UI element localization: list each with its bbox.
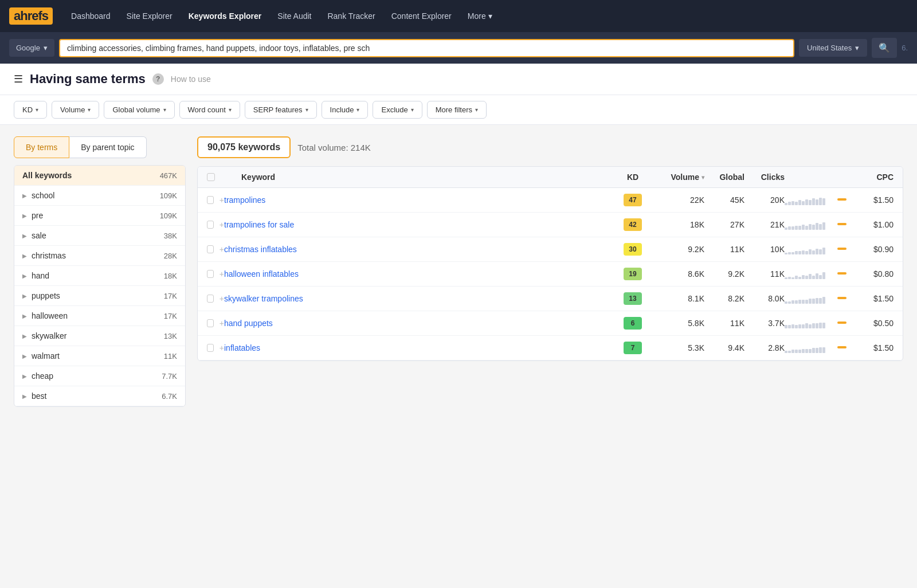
filter-exclude[interactable]: Exclude ▾ — [373, 101, 422, 119]
add-keyword-button[interactable]: + — [220, 294, 224, 303]
sidebar-item-school[interactable]: ▶ school 109K — [14, 186, 185, 206]
row-checkbox[interactable] — [207, 319, 214, 327]
table-row: + trampolines for sale 42 18K 27K 21K $1… — [198, 213, 903, 237]
keyword-link[interactable]: skywalker trampolines — [224, 294, 613, 303]
sidebar: By terms By parent topic All keywords 46… — [14, 136, 186, 588]
add-keyword-button[interactable]: + — [220, 269, 224, 279]
tab-by-parent-topic[interactable]: By parent topic — [69, 136, 146, 158]
global-cell: 27K — [704, 220, 744, 229]
keyword-link[interactable]: inflatables — [224, 343, 613, 352]
keyword-link[interactable]: christmas inflatables — [224, 245, 613, 254]
sidebar-item-pre[interactable]: ▶ pre 109K — [14, 206, 185, 226]
logo[interactable]: ahrefs — [9, 7, 53, 25]
tab-by-terms[interactable]: By terms — [14, 136, 69, 158]
main-header: ☰ Having same terms ? How to use — [0, 64, 917, 95]
add-keyword-button[interactable]: + — [220, 220, 224, 229]
help-icon[interactable]: ? — [152, 73, 164, 85]
sidebar-item-hand[interactable]: ▶ hand 18K — [14, 266, 185, 286]
row-checkbox[interactable] — [207, 295, 214, 303]
country-selector[interactable]: United States ▾ — [799, 39, 867, 57]
col-header-global[interactable]: Global — [704, 173, 744, 182]
sidebar-item-christmas[interactable]: ▶ christmas 28K — [14, 246, 185, 266]
clicks-cell: 10K — [744, 245, 785, 254]
sidebar-item-skywalker[interactable]: ▶ skywalker 13K — [14, 326, 185, 346]
cpc-cell: $1.00 — [853, 220, 894, 229]
nav-site-audit[interactable]: Site Audit — [271, 7, 318, 25]
keyword-link[interactable]: halloween inflatables — [224, 269, 613, 279]
col-header-clicks[interactable]: Clicks — [744, 173, 785, 182]
nav-rank-tracker[interactable]: Rank Tracker — [320, 7, 382, 25]
kd-cell: 30 — [613, 243, 653, 256]
row-checkbox[interactable] — [207, 196, 214, 204]
keyword-link[interactable]: hand puppets — [224, 319, 613, 328]
filter-include[interactable]: Include ▾ — [322, 101, 369, 119]
select-all-checkbox[interactable] — [207, 173, 215, 181]
filter-serp-features[interactable]: SERP features ▾ — [245, 101, 317, 119]
add-keyword-button[interactable]: + — [220, 195, 224, 205]
sidebar-item-sale[interactable]: ▶ sale 38K — [14, 226, 185, 246]
clicks-cell: 2.8K — [744, 343, 785, 352]
bar-chart — [785, 195, 835, 205]
chart-cell — [785, 269, 853, 279]
kd-badge: 13 — [624, 292, 642, 305]
bar-chart — [785, 343, 835, 353]
filter-word-count[interactable]: Word count ▾ — [179, 101, 240, 119]
chart-cell — [785, 195, 853, 205]
add-keyword-button[interactable]: + — [220, 343, 224, 352]
how-to-use-link[interactable]: How to use — [171, 75, 211, 84]
nav-content-explorer[interactable]: Content Explorer — [385, 7, 458, 25]
col-header-kd[interactable]: KD — [613, 173, 653, 182]
chevron-down-icon: ▾ — [356, 107, 359, 113]
chevron-right-icon: ▶ — [22, 213, 27, 219]
volume-cell: 5.8K — [653, 319, 704, 328]
row-checkbox[interactable] — [207, 221, 214, 229]
search-button[interactable]: 🔍 — [872, 38, 897, 58]
chevron-right-icon: ▶ — [22, 193, 27, 199]
table-row: + christmas inflatables 30 9.2K 11K 10K … — [198, 237, 903, 262]
sidebar-item-halloween[interactable]: ▶ halloween 17K — [14, 306, 185, 326]
chevron-right-icon: ▶ — [22, 273, 27, 279]
bar-chart — [785, 318, 835, 328]
kd-cell: 19 — [613, 268, 653, 280]
row-checkbox[interactable] — [207, 270, 214, 278]
volume-cell: 22K — [653, 195, 704, 205]
row-checkbox[interactable] — [207, 344, 214, 352]
table-header: Keyword KD Volume ▾ Global Clicks CPC — [198, 167, 903, 188]
nav-site-explorer[interactable]: Site Explorer — [120, 7, 179, 25]
yellow-line — [837, 346, 847, 348]
clicks-cell: 20K — [744, 195, 785, 205]
col-header-volume[interactable]: Volume ▾ — [653, 173, 704, 182]
nav-keywords-explorer[interactable]: Keywords Explorer — [182, 7, 269, 25]
row-checkbox-area: + — [207, 220, 224, 229]
search-input[interactable] — [67, 44, 786, 53]
kd-cell: 42 — [613, 218, 653, 231]
filter-global-volume[interactable]: Global volume ▾ — [104, 101, 174, 119]
col-header-keyword[interactable]: Keyword — [224, 173, 613, 182]
sidebar-item-all-keywords[interactable]: All keywords 467K — [14, 166, 185, 186]
yellow-line — [837, 198, 847, 201]
menu-icon[interactable]: ☰ — [14, 73, 23, 85]
filter-kd[interactable]: KD ▾ — [14, 101, 47, 119]
row-checkbox-area: + — [207, 245, 224, 254]
chevron-right-icon: ▶ — [22, 233, 27, 239]
table-row: + trampolines 47 22K 45K 20K $1.50 — [198, 188, 903, 213]
keyword-link[interactable]: trampolines — [224, 195, 613, 205]
filter-volume[interactable]: Volume ▾ — [52, 101, 99, 119]
sidebar-item-walmart[interactable]: ▶ walmart 11K — [14, 346, 185, 366]
sidebar-item-best[interactable]: ▶ best 6.7K — [14, 386, 185, 406]
row-checkbox[interactable] — [207, 245, 214, 253]
filter-more-filters[interactable]: More filters ▾ — [427, 101, 487, 119]
nav-more[interactable]: More ▾ — [461, 7, 499, 25]
col-header-cpc[interactable]: CPC — [853, 173, 894, 182]
search-engine-selector[interactable]: Google ▾ — [9, 39, 54, 57]
add-keyword-button[interactable]: + — [220, 319, 224, 328]
kd-badge: 19 — [624, 268, 642, 280]
keyword-link[interactable]: trampolines for sale — [224, 220, 613, 229]
global-cell: 11K — [704, 319, 744, 328]
clicks-cell: 3.7K — [744, 319, 785, 328]
sidebar-item-puppets[interactable]: ▶ puppets 17K — [14, 286, 185, 306]
add-keyword-button[interactable]: + — [220, 245, 224, 254]
sidebar-item-cheap[interactable]: ▶ cheap 7.7K — [14, 366, 185, 386]
nav-dashboard[interactable]: Dashboard — [64, 7, 117, 25]
chevron-down-icon: ▾ — [855, 44, 859, 52]
